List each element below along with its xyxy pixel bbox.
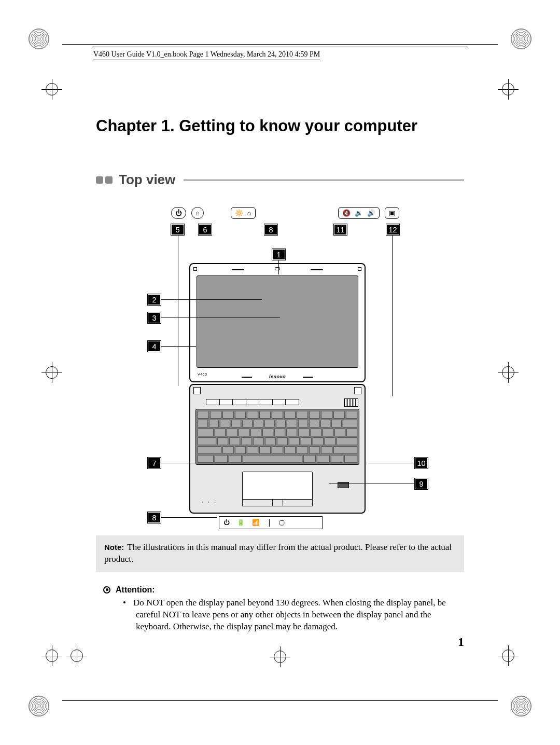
touchpad [242, 472, 313, 502]
top-button-panel: ⏻ ⌂ 🔆⌂ 🔇🔉🔊 ▣ [171, 203, 399, 222]
camera-icon [275, 267, 280, 270]
speaker-icon [344, 398, 358, 407]
attention-label: Attention: [116, 584, 155, 596]
callout-5: 5 [171, 224, 184, 235]
corner-ornament-icon [511, 696, 531, 716]
section-heading: Top view [96, 172, 464, 188]
chapter-title: Chapter 1. Getting to know your computer [96, 117, 464, 135]
callout-leader: 3 [148, 312, 280, 323]
registration-mark-icon [502, 650, 514, 662]
callout-8-top: 8 [264, 224, 277, 235]
callout-11: 11 [334, 224, 347, 235]
registration-mark-icon [502, 83, 514, 95]
attention-item: Do NOT open the display panel beyond 130… [123, 597, 464, 633]
section-rule [184, 180, 464, 181]
laptop-base: • • • ⏻ 🔋 📶 ▢ [189, 384, 366, 514]
registration-mark-icon [46, 366, 58, 379]
callout-4: 4 [148, 341, 161, 352]
model-label: V460 [198, 373, 207, 376]
callout-12: 12 [386, 224, 399, 235]
registration-mark-icon [274, 651, 286, 663]
keyboard [195, 409, 359, 465]
media-buttons [206, 399, 299, 405]
registration-mark-icon [502, 366, 514, 379]
top-callout-row: 5 6 8 11 12 [171, 224, 399, 235]
callout-8: 8 [148, 512, 161, 523]
running-head-text: V460 User Guide V1.0_en.book Page 1 Wedn… [93, 50, 320, 60]
onekey-rescue-icon: ⌂ [191, 207, 204, 219]
corner-ornament-icon [29, 696, 49, 716]
microphone-icon [311, 269, 323, 270]
touchpad-indicator-icon: ▢ [279, 519, 285, 527]
section-bullet-icon [96, 176, 113, 184]
energy-management-icon: 🔆⌂ [231, 207, 256, 219]
brand-logo: lenovo [269, 374, 286, 379]
print-frame [62, 700, 498, 701]
corner-ornament-icon [511, 29, 531, 49]
top-view-diagram: ⏻ ⌂ 🔆⌂ 🔇🔉🔊 ▣ 5 6 8 11 12 [148, 203, 412, 525]
wireless-indicator-icon: 📶 [252, 519, 260, 527]
registration-mark-icon [46, 83, 58, 95]
note-box: Note:The illustrations in this manual ma… [96, 535, 464, 572]
callout-leader [392, 236, 393, 396]
attention-block: Attention: Do NOT open the display panel… [96, 584, 464, 633]
note-label: Note: [104, 543, 124, 551]
print-frame [62, 44, 498, 45]
section-title: Top view [119, 172, 175, 188]
callout-leader: 8 [148, 512, 217, 523]
power-indicator-icon: ⏻ [223, 519, 230, 527]
callout-leader [178, 236, 178, 386]
attention-icon [103, 586, 110, 594]
running-head: V460 User Guide V1.0_en.book Page 1 Wedn… [93, 47, 467, 60]
touchpad-buttons [242, 499, 313, 506]
indicator-lights-icon: • • • [202, 500, 218, 504]
callout-6: 6 [199, 224, 212, 235]
callout-10: 10 [415, 458, 428, 468]
callout-7: 7 [148, 458, 161, 468]
callout-leader: 7 [148, 458, 197, 468]
note-text: The illustrations in this manual may dif… [104, 542, 452, 564]
volume-controls-icon: 🔇🔉🔊 [338, 207, 380, 219]
registration-mark-icon [46, 650, 58, 662]
power-button-icon: ⏻ [171, 207, 186, 219]
callout-9: 9 [415, 478, 428, 489]
page-number: 1 [458, 635, 464, 649]
status-indicator-panel: ⏻ 🔋 📶 ▢ [219, 516, 323, 529]
callout-1: 1 [272, 249, 285, 260]
callout-2: 2 [148, 294, 161, 305]
corner-ornament-icon [29, 29, 49, 49]
fingerprint-reader-icon [273, 500, 283, 506]
callout-leader: 1 [272, 249, 285, 260]
callout-leader: 4 [148, 341, 196, 352]
callout-leader: 10 [368, 458, 428, 468]
callout-leader: 2 [148, 294, 262, 305]
registration-mark-icon [71, 650, 83, 662]
callout-3: 3 [148, 312, 161, 323]
microphone-icon [232, 269, 244, 270]
onekey-theater-icon: ▣ [385, 207, 399, 219]
battery-indicator-icon: 🔋 [237, 519, 245, 527]
callout-leader: 9 [329, 478, 428, 489]
